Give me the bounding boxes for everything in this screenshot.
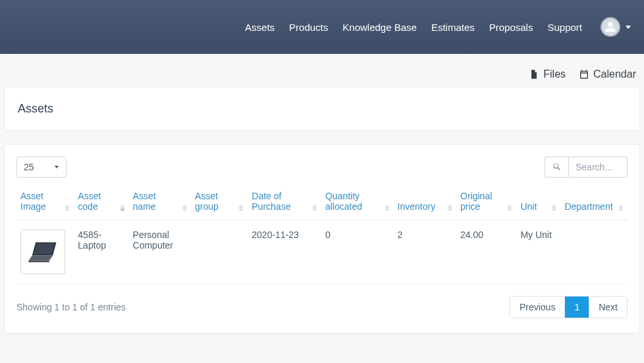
nav-knowledge-base[interactable]: Knowledge Base <box>342 22 417 33</box>
col-date-of-purchase[interactable]: Date of Purchase <box>248 185 321 220</box>
subbar: Files Calendar <box>0 54 644 87</box>
user-icon <box>604 21 616 33</box>
sort-icon <box>120 205 125 212</box>
col-quantity-allocated[interactable]: Quantity allocated <box>321 185 394 220</box>
sort-icon <box>312 205 317 212</box>
nav-estimates[interactable]: Estimates <box>431 22 475 33</box>
pagination-next[interactable]: Next <box>589 297 627 318</box>
chevron-down-icon <box>626 26 631 29</box>
search-group <box>545 157 628 178</box>
col-original-price[interactable]: Original price <box>456 185 516 220</box>
sort-icon <box>551 205 556 212</box>
svg-marker-1 <box>34 243 55 254</box>
nav-items: Assets Products Knowledge Base Estimates… <box>245 17 631 37</box>
file-icon <box>529 69 539 80</box>
sort-icon <box>182 205 187 212</box>
pagination-previous[interactable]: Previous <box>510 297 565 318</box>
laptop-icon <box>25 239 61 264</box>
cell-asset-code: 4585-Laptop <box>74 220 128 284</box>
entries-info: Showing 1 to 1 of 1 entries <box>16 302 126 312</box>
col-asset-name[interactable]: Asset name <box>129 185 191 220</box>
cell-original-price: 24.00 <box>456 220 516 284</box>
cell-department <box>560 220 628 284</box>
avatar <box>601 17 620 37</box>
sort-icon <box>507 205 512 212</box>
nav-proposals[interactable]: Proposals <box>489 22 533 33</box>
cell-asset-image <box>16 220 74 284</box>
files-label: Files <box>543 68 566 80</box>
asset-thumbnail <box>20 230 65 274</box>
table-row[interactable]: 4585-Laptop Personal Computer 2020-11-23… <box>16 220 628 284</box>
sort-icon <box>238 205 244 212</box>
cell-asset-name: Personal Computer <box>129 220 191 284</box>
col-asset-image[interactable]: Asset Image <box>16 185 74 220</box>
col-asset-group[interactable]: Asset group <box>191 185 248 220</box>
nav-products[interactable]: Products <box>289 22 328 33</box>
files-link[interactable]: Files <box>529 68 566 80</box>
table-controls: 25 <box>16 157 628 178</box>
search-button[interactable] <box>545 157 568 178</box>
assets-table: Asset Image Asset code Asset name Asset … <box>16 185 628 284</box>
nav-assets[interactable]: Assets <box>245 22 275 33</box>
pagination: Previous 1 Next <box>510 296 628 318</box>
cell-date: 2020-11-23 <box>248 220 321 284</box>
sort-icon <box>65 205 70 212</box>
calendar-label: Calendar <box>593 68 636 80</box>
sort-icon <box>447 205 452 212</box>
col-unit[interactable]: Unit <box>516 185 560 220</box>
cell-unit: My Unit <box>516 220 560 284</box>
cell-asset-group <box>191 220 248 284</box>
user-menu[interactable] <box>601 17 631 37</box>
cell-qty-allocated: 0 <box>321 220 394 284</box>
svg-marker-2 <box>28 255 53 260</box>
search-icon <box>552 162 562 172</box>
calendar-icon <box>579 69 589 80</box>
nav-support[interactable]: Support <box>547 22 582 33</box>
col-department[interactable]: Department <box>560 185 628 220</box>
page-length-select[interactable]: 25 <box>16 157 67 178</box>
navbar: Assets Products Knowledge Base Estimates… <box>0 0 644 54</box>
calendar-link[interactable]: Calendar <box>579 68 636 80</box>
sort-icon <box>618 205 624 212</box>
cell-inventory: 2 <box>394 220 456 284</box>
col-asset-code[interactable]: Asset code <box>74 185 128 220</box>
col-inventory[interactable]: Inventory <box>394 185 456 220</box>
sort-icon <box>385 205 390 212</box>
search-input[interactable] <box>568 157 628 178</box>
svg-marker-3 <box>28 261 49 262</box>
table-panel: 25 <box>4 144 640 333</box>
title-panel: Assets <box>4 87 640 131</box>
pagination-page-1[interactable]: 1 <box>565 297 589 318</box>
page-title: Assets <box>5 87 639 130</box>
table-footer: Showing 1 to 1 of 1 entries Previous 1 N… <box>16 296 628 318</box>
